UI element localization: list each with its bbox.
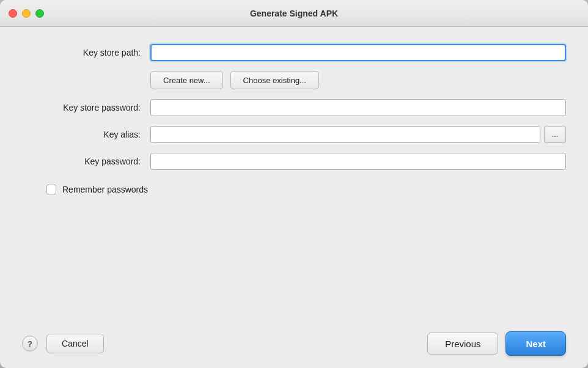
key-store-path-row: Key store path: — [22, 44, 566, 61]
cancel-button[interactable]: Cancel — [46, 334, 104, 353]
remember-passwords-label: Remember passwords — [62, 185, 148, 194]
minimize-button[interactable] — [22, 9, 31, 18]
close-button[interactable] — [9, 9, 17, 18]
key-alias-label: Key alias: — [22, 130, 150, 139]
key-alias-input[interactable] — [150, 126, 540, 143]
bottom-bar: ? Cancel Previous Next — [0, 324, 588, 368]
bottom-right-controls: Previous Next — [427, 331, 566, 356]
create-new-button[interactable]: Create new... — [150, 71, 223, 89]
key-store-password-row: Key store password: — [22, 99, 566, 116]
remember-passwords-row: Remember passwords — [46, 185, 566, 194]
key-password-label: Key password: — [22, 156, 150, 166]
window-title: Generate Signed APK — [250, 9, 338, 18]
title-bar: Generate Signed APK — [0, 0, 588, 27]
key-password-input[interactable] — [150, 153, 566, 170]
dialog-window: Generate Signed APK Key store path: Crea… — [0, 0, 588, 368]
remember-passwords-checkbox[interactable] — [46, 185, 56, 194]
keystore-action-buttons: Create new... Choose existing... — [150, 71, 566, 89]
next-button[interactable]: Next — [505, 331, 566, 356]
choose-existing-button[interactable]: Choose existing... — [230, 71, 319, 89]
previous-button[interactable]: Previous — [427, 333, 498, 355]
key-store-path-label: Key store path: — [22, 48, 150, 57]
window-controls — [9, 9, 44, 18]
form-content: Key store path: Create new... Choose exi… — [0, 27, 588, 324]
key-store-path-input[interactable] — [150, 44, 566, 61]
key-password-row: Key password: — [22, 153, 566, 170]
key-alias-browse-button[interactable]: ... — [544, 126, 566, 143]
bottom-left-controls: ? Cancel — [22, 334, 104, 353]
key-alias-row: Key alias: ... — [22, 126, 566, 143]
maximize-button[interactable] — [35, 9, 44, 18]
help-button[interactable]: ? — [22, 336, 38, 351]
key-store-password-input[interactable] — [150, 99, 566, 116]
key-alias-input-wrap: ... — [150, 126, 566, 143]
key-store-password-label: Key store password: — [22, 103, 150, 112]
